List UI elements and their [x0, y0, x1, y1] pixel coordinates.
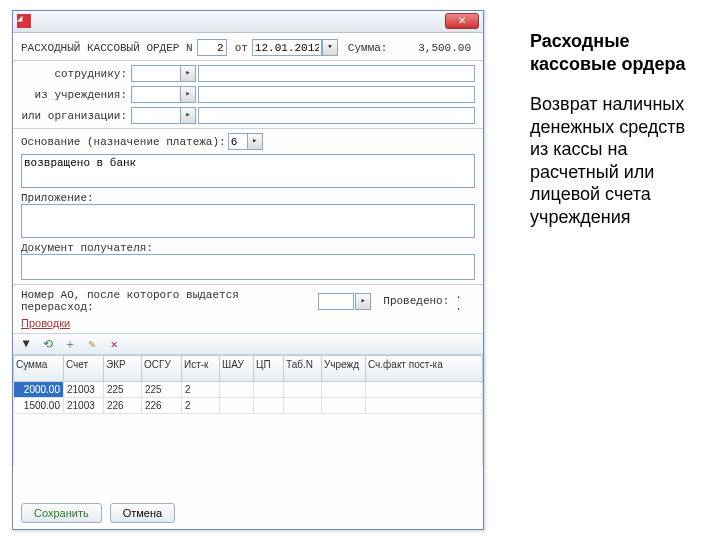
slide-caption: Расходные кассовые ордера Возврат наличн…: [530, 30, 700, 228]
grid-toolbar: ▼ ⟲ ＋ ✎ ✕: [13, 333, 483, 355]
sum-label: Сумма:: [348, 42, 388, 54]
cell-acct[interactable]: 21003: [64, 382, 104, 398]
employee-name-input[interactable]: [198, 65, 475, 82]
cell-tabn[interactable]: [284, 382, 322, 398]
refresh-icon[interactable]: ⟲: [39, 335, 57, 353]
cell-ekr[interactable]: 226: [104, 398, 142, 414]
cell-ekr[interactable]: 225: [104, 382, 142, 398]
postings-link[interactable]: Проводки: [21, 317, 70, 329]
cell-cf[interactable]: [366, 382, 483, 398]
from-org-label: из учреждения:: [21, 89, 131, 101]
or-org-dropdown-icon[interactable]: ▸: [180, 107, 196, 124]
col-shau[interactable]: ШАУ: [220, 356, 254, 382]
cell-shau[interactable]: [220, 382, 254, 398]
cell-sum[interactable]: 2000.00: [14, 382, 64, 398]
doc-header-row: РАСХОДНЫЙ КАССОВЫЙ ОРДЕР N от ▾ Сумма: 3…: [21, 39, 475, 56]
posted-label: Проведено:: [383, 295, 449, 307]
attachment-label: Приложение:: [21, 192, 475, 204]
or-org-name-input[interactable]: [198, 107, 475, 124]
ao-dropdown-icon[interactable]: ▸: [355, 293, 371, 310]
cell-org[interactable]: [322, 398, 366, 414]
col-cf[interactable]: Сч.факт пост-ка: [366, 356, 483, 382]
recipient-doc-label: Документ получателя:: [21, 242, 475, 254]
doc-date-input[interactable]: [252, 39, 322, 56]
col-acct[interactable]: Счет: [64, 356, 104, 382]
ao-number-input[interactable]: [318, 293, 354, 310]
or-org-id-input[interactable]: [131, 107, 181, 124]
add-row-icon[interactable]: ＋: [61, 335, 79, 353]
table-row[interactable]: 2000.00 21003 225 225 2: [14, 382, 483, 398]
basis-code-input[interactable]: [228, 133, 248, 150]
col-sum[interactable]: Сумма: [14, 356, 64, 382]
cell-osgu[interactable]: 225: [142, 382, 182, 398]
cell-src[interactable]: 2: [182, 382, 220, 398]
cell-acct[interactable]: 21003: [64, 398, 104, 414]
employee-label: сотруднику:: [21, 68, 131, 80]
doc-title-label: РАСХОДНЫЙ КАССОВЫЙ ОРДЕР N: [21, 42, 193, 54]
col-cp[interactable]: ЦП: [254, 356, 284, 382]
col-osgu[interactable]: ОСГУ: [142, 356, 182, 382]
cell-shau[interactable]: [220, 398, 254, 414]
titlebar: ✕: [13, 11, 483, 33]
slide-title: Расходные кассовые ордера: [530, 30, 700, 75]
attachment-text-area[interactable]: [21, 204, 475, 238]
from-org-name-input[interactable]: [198, 86, 475, 103]
sum-value: 3,500.00: [418, 42, 475, 54]
from-label: от: [235, 42, 248, 54]
doc-number-input[interactable]: [197, 39, 227, 56]
calendar-icon[interactable]: ▾: [322, 39, 338, 56]
ao-label: Номер АО, после которого выдается перера…: [21, 289, 316, 313]
or-org-label: или организации:: [21, 110, 131, 122]
posted-value: . .: [455, 289, 475, 313]
cell-org[interactable]: [322, 382, 366, 398]
col-org[interactable]: Учрежд: [322, 356, 366, 382]
cell-cp[interactable]: [254, 398, 284, 414]
cell-osgu[interactable]: 226: [142, 398, 182, 414]
cell-cf[interactable]: [366, 398, 483, 414]
close-button[interactable]: ✕: [445, 13, 479, 29]
employee-dropdown-icon[interactable]: ▸: [180, 65, 196, 82]
basis-text-area[interactable]: [21, 154, 475, 188]
cancel-button[interactable]: Отмена: [110, 503, 175, 523]
postings-grid[interactable]: Сумма Счет ЭКР ОСГУ Ист-к ШАУ ЦП Таб.N У…: [13, 355, 483, 466]
col-src[interactable]: Ист-к: [182, 356, 220, 382]
from-org-dropdown-icon[interactable]: ▸: [180, 86, 196, 103]
delete-row-icon[interactable]: ✕: [105, 335, 123, 353]
from-org-id-input[interactable]: [131, 86, 181, 103]
app-window: ✕ РАСХОДНЫЙ КАССОВЫЙ ОРДЕР N от ▾ Сумма:…: [12, 10, 484, 530]
app-logo-icon: [17, 14, 31, 28]
slide-body: Возврат наличных денежных средств из кас…: [530, 93, 700, 228]
save-button[interactable]: Сохранить: [21, 503, 102, 523]
cell-tabn[interactable]: [284, 398, 322, 414]
edit-row-icon[interactable]: ✎: [83, 335, 101, 353]
basis-dropdown-icon[interactable]: ▸: [247, 133, 263, 150]
col-tabn[interactable]: Таб.N: [284, 356, 322, 382]
filter-icon[interactable]: ▼: [17, 335, 35, 353]
table-row[interactable]: 1500.00 21003 226 226 2: [14, 398, 483, 414]
cell-sum[interactable]: 1500.00: [14, 398, 64, 414]
employee-id-input[interactable]: [131, 65, 181, 82]
cell-cp[interactable]: [254, 382, 284, 398]
basis-label: Основание (назначение платежа):: [21, 136, 226, 148]
col-ekr[interactable]: ЭКР: [104, 356, 142, 382]
cell-src[interactable]: 2: [182, 398, 220, 414]
recipient-doc-text-area[interactable]: [21, 254, 475, 280]
